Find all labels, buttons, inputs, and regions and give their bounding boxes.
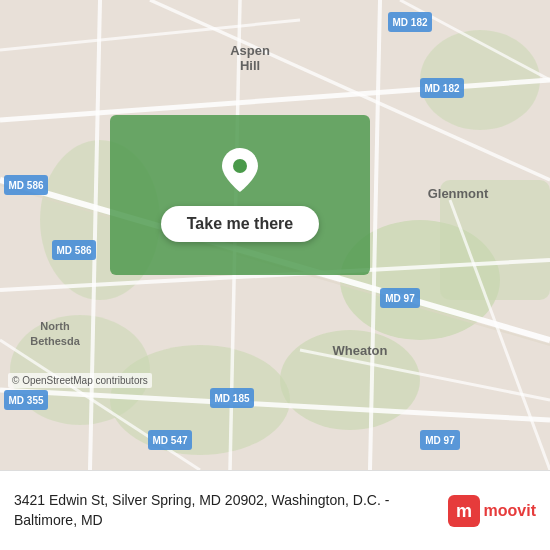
svg-text:MD 185: MD 185 [214, 393, 249, 404]
svg-text:Bethesda: Bethesda [30, 335, 80, 347]
copyright-notice: © OpenStreetMap contributors [8, 373, 152, 388]
svg-text:MD 586: MD 586 [56, 245, 91, 256]
info-bar: 3421 Edwin St, Silver Spring, MD 20902, … [0, 470, 550, 550]
svg-text:MD 586: MD 586 [8, 180, 43, 191]
moovit-label: moovit [484, 502, 536, 520]
svg-text:North: North [40, 320, 70, 332]
svg-text:Wheaton: Wheaton [333, 343, 388, 358]
svg-text:MD 97: MD 97 [385, 293, 415, 304]
map-container: MD 182 MD 182 MD 586 MD 586 MD 185 MD 54… [0, 0, 550, 470]
svg-text:Aspen: Aspen [230, 43, 270, 58]
svg-text:MD 97: MD 97 [425, 435, 455, 446]
take-me-there-button[interactable]: Take me there [161, 206, 319, 242]
svg-text:Hill: Hill [240, 58, 260, 73]
moovit-logo: m moovit [448, 495, 536, 527]
svg-text:Glenmont: Glenmont [428, 186, 489, 201]
svg-text:m: m [456, 501, 472, 521]
address-label: 3421 Edwin St, Silver Spring, MD 20902, … [14, 491, 438, 530]
svg-text:MD 182: MD 182 [424, 83, 459, 94]
svg-point-46 [233, 159, 247, 173]
svg-text:MD 182: MD 182 [392, 17, 427, 28]
location-pin-icon [222, 148, 258, 192]
map-overlay: Take me there [110, 115, 370, 275]
svg-text:MD 547: MD 547 [152, 435, 187, 446]
svg-text:MD 355: MD 355 [8, 395, 43, 406]
moovit-icon: m [448, 495, 480, 527]
